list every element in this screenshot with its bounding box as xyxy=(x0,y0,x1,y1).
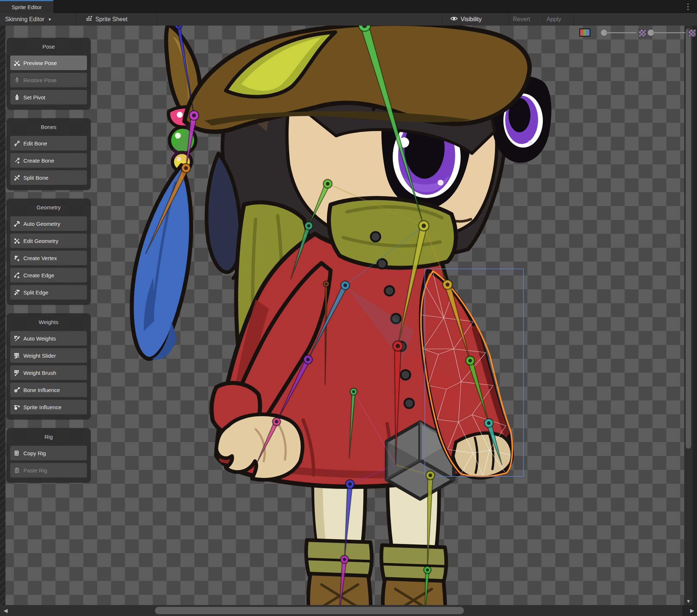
texture-checker-icon xyxy=(639,29,646,37)
scroll-down-icon[interactable]: ▼ xyxy=(684,598,693,604)
edit-geometry-button[interactable]: Edit Geometry xyxy=(10,233,87,248)
tool-button-label: Sprite Influence xyxy=(23,404,61,410)
tab-sprite-editor[interactable]: Sprite Editor xyxy=(0,0,53,13)
create-edge-icon xyxy=(14,272,20,278)
copy-rig-button[interactable]: Copy Rig xyxy=(10,446,87,460)
toolbar-divider xyxy=(542,13,542,26)
tool-button-label: Bone Influence xyxy=(23,387,60,393)
create-vertex-button[interactable]: Create Vertex xyxy=(10,251,87,265)
scroll-right-icon[interactable]: ▶ xyxy=(690,605,694,616)
skinning-editor-label: Skinning Editor xyxy=(5,16,45,23)
tool-button-label: Preview Pose xyxy=(23,60,57,66)
create-vertex-icon xyxy=(14,255,20,261)
bone-influence-icon xyxy=(14,387,20,393)
panel-pose: PosePreview PoseRestore PoseSet Pivot xyxy=(7,38,91,110)
edit-geometry-icon xyxy=(14,238,20,244)
tool-button-label: Create Edge xyxy=(23,272,54,278)
panel-title-rig: Rig xyxy=(10,433,87,442)
weight-brush-icon xyxy=(14,370,20,376)
tool-button-label: Set Pivot xyxy=(23,94,45,100)
tool-panels: PosePreview PoseRestore PoseSet PivotBon… xyxy=(7,38,91,483)
preview-pose-button[interactable]: Preview Pose xyxy=(10,56,87,70)
overflow-menu-icon[interactable]: ⋮ xyxy=(684,1,692,12)
split-bone-icon xyxy=(14,175,20,181)
set-pivot-icon xyxy=(14,94,20,100)
tab-label: Sprite Editor xyxy=(12,4,42,10)
weight-slider-icon xyxy=(14,353,20,359)
edit-bone-button[interactable]: Edit Bone xyxy=(10,136,87,151)
tool-button-label: Create Bone xyxy=(23,157,54,164)
visibility-button[interactable]: Visibility xyxy=(450,13,482,26)
edit-bone-icon xyxy=(14,140,20,147)
vertical-scrollbar[interactable]: ▼ xyxy=(684,26,693,605)
sprite-influence-icon xyxy=(14,404,20,410)
panel-weights: WeightsAuto WeightsWeight SliderWeight B… xyxy=(7,313,91,419)
weight-slider-button[interactable]: Weight Slider xyxy=(10,348,87,363)
hat xyxy=(184,24,530,132)
panel-title-weights: Weights xyxy=(10,319,87,327)
chevron-down-icon: ▼ xyxy=(48,17,52,22)
apply-button[interactable]: Apply xyxy=(546,13,561,26)
scroll-left-icon[interactable]: ◀ xyxy=(4,605,8,616)
skinning-editor-dropdown[interactable]: Skinning Editor ▼ xyxy=(5,13,52,26)
restore-pose-button[interactable]: Restore Pose xyxy=(10,73,87,87)
sprite-sheet-icon xyxy=(86,16,93,23)
visibility-eye-icon xyxy=(450,16,458,23)
auto-weights-icon xyxy=(14,335,20,342)
weight-brush-button[interactable]: Weight Brush xyxy=(10,365,87,380)
tool-button-label: Split Edge xyxy=(23,289,48,296)
auto-geometry-button[interactable]: Auto Geometry xyxy=(10,216,87,231)
copy-rig-icon xyxy=(14,450,20,456)
toolbar: Skinning Editor ▼ Sprite Sheet Visibilit… xyxy=(0,13,697,26)
bone-influence-button[interactable]: Bone Influence xyxy=(10,383,87,397)
revert-button[interactable]: Revert xyxy=(513,13,530,26)
sprite-influence-button[interactable]: Sprite Influence xyxy=(10,400,87,414)
tool-button-label: Copy Rig xyxy=(23,450,46,456)
tool-button-label: Auto Weights xyxy=(23,335,56,342)
tool-button-label: Restore Pose xyxy=(23,77,57,83)
tool-button-label: Auto Geometry xyxy=(23,221,60,227)
horizontal-scrollbar-thumb[interactable] xyxy=(155,607,464,614)
create-edge-button[interactable]: Create Edge xyxy=(10,268,87,282)
visibility-label: Visibility xyxy=(461,16,482,23)
texture-opacity-slider-track[interactable] xyxy=(652,32,685,33)
opacity-slider-track[interactable] xyxy=(605,32,636,33)
create-bone-button[interactable]: Create Bone xyxy=(10,153,87,168)
tool-button-label: Paste Rig xyxy=(23,467,47,474)
apply-label: Apply xyxy=(546,16,561,23)
scrollbar-corner: ▶ xyxy=(682,605,697,616)
toolbar-divider xyxy=(76,13,76,26)
sprite-sheet-label: Sprite Sheet xyxy=(95,16,127,23)
panel-bones: BonesEdit BoneCreate BoneSplit Bone xyxy=(7,118,91,190)
panel-rig: RigCopy RigPaste Rig xyxy=(7,428,91,483)
color-swatch[interactable] xyxy=(579,28,590,37)
split-edge-icon xyxy=(14,289,20,296)
auto-weights-button[interactable]: Auto Weights xyxy=(10,331,87,346)
paste-rig-icon xyxy=(14,467,20,474)
texture-checker-icon xyxy=(688,29,696,37)
feather xyxy=(132,165,191,360)
horizontal-scrollbar[interactable]: ◀ xyxy=(0,605,682,616)
tool-button-label: Weight Slider xyxy=(23,353,56,359)
auto-geometry-icon xyxy=(14,221,20,227)
sprite-canvas-overlay xyxy=(0,0,697,616)
create-bone-icon xyxy=(14,157,20,164)
paste-rig-button[interactable]: Paste Rig xyxy=(10,463,87,478)
toolbar-divider xyxy=(574,13,574,26)
sprite-editor-window: { "window": { "title_tab": "Sprite Edito… xyxy=(0,0,697,616)
toolbar-divider xyxy=(442,13,442,26)
set-pivot-button[interactable]: Set Pivot xyxy=(10,90,87,104)
split-bone-button[interactable]: Split Bone xyxy=(10,170,87,185)
toolbar-divider xyxy=(509,13,509,26)
tool-button-label: Split Bone xyxy=(23,175,48,181)
panel-title-pose: Pose xyxy=(10,43,87,52)
sprite-sheet-button[interactable]: Sprite Sheet xyxy=(86,13,127,26)
vertical-scrollbar-thumb[interactable] xyxy=(686,28,691,449)
revert-label: Revert xyxy=(513,16,530,23)
tool-button-label: Edit Geometry xyxy=(23,238,58,244)
tab-bar: Sprite Editor ⋮ xyxy=(0,0,697,13)
panel-title-bones: Bones xyxy=(10,123,87,132)
tool-button-label: Create Vertex xyxy=(23,255,57,261)
panel-title-geometry: Geometry xyxy=(10,204,87,213)
split-edge-button[interactable]: Split Edge xyxy=(10,285,87,300)
